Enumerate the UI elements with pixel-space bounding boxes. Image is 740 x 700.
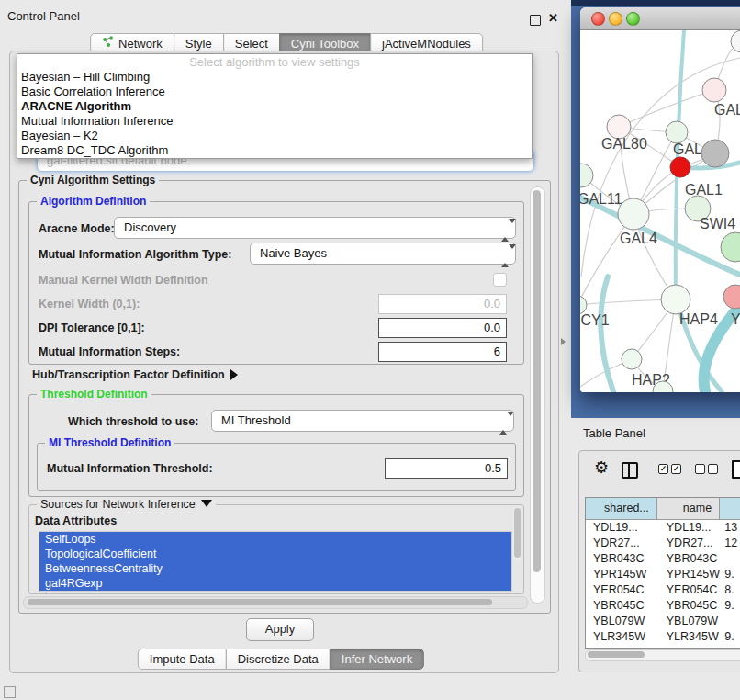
scrollbar-thumb[interactable] xyxy=(588,651,645,658)
algorithm-option[interactable]: Basic Correlation Inference xyxy=(17,85,532,99)
cell-value[interactable]: 9. xyxy=(720,598,740,614)
network-node[interactable] xyxy=(622,349,642,369)
tab[interactable]: Impute Data xyxy=(138,649,227,670)
cell-name[interactable]: YBR043C xyxy=(657,551,720,567)
cell-value[interactable]: 9. xyxy=(720,629,740,645)
network-canvas[interactable]: GALGAL80GAL10GAL1GAL11SWI4GAL4GCY1HAP4YH… xyxy=(580,30,740,392)
window-close-button[interactable] xyxy=(591,12,605,26)
cell-name[interactable]: YDL19... xyxy=(657,520,720,536)
cell-value[interactable] xyxy=(720,614,740,629)
network-edge[interactable] xyxy=(619,90,714,127)
cell-shared-name[interactable]: YER054C xyxy=(586,582,657,598)
cell-value[interactable]: 8. xyxy=(720,582,740,598)
table-horizontal-scrollbar[interactable] xyxy=(585,649,740,661)
network-edge[interactable] xyxy=(600,277,613,391)
network-edge[interactable] xyxy=(580,198,740,275)
cell-shared-name[interactable]: YPR145W xyxy=(586,567,657,582)
cell-shared-name[interactable]: YDL19... xyxy=(586,520,657,536)
network-node[interactable] xyxy=(618,198,649,230)
network-node[interactable] xyxy=(580,296,587,314)
close-icon[interactable]: ✕ xyxy=(548,11,558,25)
attribute-item-selected[interactable]: TopologicalCoefficient xyxy=(39,547,511,561)
tab[interactable]: Discretize Data xyxy=(226,649,331,670)
manual-kernel-checkbox[interactable] xyxy=(493,273,507,287)
column-header-partial[interactable] xyxy=(720,498,740,519)
cell-shared-name[interactable]: YLR345W xyxy=(586,629,657,645)
cell-shared-name[interactable]: YDR27... xyxy=(586,536,657,551)
cell-value[interactable]: 9. xyxy=(720,567,740,582)
network-graph[interactable]: GALGAL80GAL10GAL1GAL11SWI4GAL4GCY1HAP4YH… xyxy=(580,30,740,392)
hub-expander[interactable]: Hub/Transcription Factor Definition xyxy=(32,368,238,381)
column-header-shared-name[interactable]: shared... xyxy=(586,498,657,519)
table-row[interactable]: YIL052C YIL052C 9. xyxy=(586,645,740,649)
window-zoom-button[interactable] xyxy=(626,12,640,26)
cell-shared-name[interactable]: YIL052C xyxy=(586,645,657,649)
stepper-arrows-icon xyxy=(499,413,507,434)
network-node[interactable] xyxy=(666,121,688,143)
attribute-item-selected[interactable]: SelfLoops xyxy=(39,532,511,547)
cell-shared-name[interactable]: YBR045C xyxy=(586,598,657,614)
column-header-name[interactable]: name xyxy=(657,498,720,519)
show-checked-columns-icon[interactable]: ✓✓ xyxy=(658,464,684,480)
cell-name[interactable]: YDR27... xyxy=(657,536,720,551)
cell-name[interactable]: YIL052C xyxy=(657,645,720,649)
mi-steps-field[interactable]: 6 xyxy=(378,342,507,362)
sources-group-title[interactable]: Sources for Network Inference xyxy=(37,498,216,511)
cell-value[interactable]: 13 xyxy=(720,520,740,536)
hide-columns-icon[interactable] xyxy=(695,464,721,480)
algorithm-option[interactable]: Bayesian – K2 xyxy=(17,129,532,143)
cell-name[interactable]: YPR145W xyxy=(657,567,720,582)
scrollbar-thumb[interactable] xyxy=(514,508,521,558)
cell-value[interactable]: 12 xyxy=(720,536,740,551)
network-node[interactable] xyxy=(721,232,740,262)
window-minimize-button[interactable] xyxy=(609,12,622,26)
mi-type-combo[interactable]: Naive Bayes xyxy=(250,243,516,265)
table-row[interactable]: YER054C YER054C 8. xyxy=(586,582,740,598)
cell-name[interactable]: YBR045C xyxy=(657,598,720,614)
network-node[interactable] xyxy=(702,78,726,102)
cell-shared-name[interactable]: YBR043C xyxy=(586,551,657,567)
columns-icon[interactable] xyxy=(622,462,638,479)
cell-value[interactable]: 9. xyxy=(720,645,740,649)
cell-name[interactable]: YBL079W xyxy=(657,614,720,629)
cell-name[interactable]: YLR345W xyxy=(657,629,720,645)
cell-value[interactable] xyxy=(720,551,740,567)
gear-icon[interactable]: ⚙ xyxy=(594,459,609,476)
settings-vertical-scrollbar[interactable] xyxy=(530,186,545,604)
table-row[interactable]: YBR045C YBR045C 9. xyxy=(586,598,740,614)
cell-shared-name[interactable]: YBL079W xyxy=(586,614,657,629)
network-node[interactable] xyxy=(661,285,690,314)
minimized-panel-icon[interactable] xyxy=(4,686,16,698)
aracne-mode-combo[interactable]: Discovery xyxy=(114,217,516,239)
scrollbar-thumb[interactable] xyxy=(533,190,541,572)
attribute-item-selected[interactable]: BetweennessCentrality xyxy=(39,561,511,576)
table-row[interactable]: YLR345W YLR345W 9. xyxy=(586,629,740,645)
attributes-scrollbar[interactable] xyxy=(513,507,521,560)
settings-horizontal-scrollbar[interactable] xyxy=(23,596,528,609)
attribute-item-selected[interactable]: gal4RGexp xyxy=(39,576,511,591)
table-row[interactable]: YDR27... YDR27... 12 xyxy=(586,536,740,551)
table-row[interactable]: YDL19... YDL19... 13 xyxy=(586,520,740,536)
float-icon[interactable] xyxy=(530,13,541,29)
apply-button[interactable]: Apply xyxy=(246,618,314,641)
split-pane-arrow-icon[interactable] xyxy=(561,338,566,345)
kernel-width-field[interactable]: 0.0 xyxy=(378,294,507,314)
export-table-icon[interactable] xyxy=(732,460,740,479)
scrollbar-thumb[interactable] xyxy=(28,599,492,605)
dpi-tolerance-field[interactable]: 0.0 xyxy=(378,318,507,338)
network-window-titlebar[interactable] xyxy=(580,7,740,30)
table-row[interactable]: YPR145W YPR145W 9. xyxy=(586,567,740,582)
algorithm-option[interactable]: Bayesian – Hill Climbing xyxy=(17,70,532,85)
network-node[interactable] xyxy=(670,157,690,177)
table-row[interactable]: YBR043C YBR043C xyxy=(586,551,740,567)
algorithm-option[interactable]: ARACNE Algorithm xyxy=(17,99,532,114)
tab[interactable]: Infer Network xyxy=(330,649,424,670)
algorithm-option[interactable]: Dream8 DC_TDC Algorithm xyxy=(17,143,532,158)
table-row[interactable]: YBL079W YBL079W xyxy=(586,614,740,629)
network-node[interactable] xyxy=(701,140,729,167)
mi-threshold-field[interactable]: 0.5 xyxy=(385,458,508,479)
cell-name[interactable]: YER054C xyxy=(657,582,720,598)
algorithm-option[interactable]: Mutual Information Inference xyxy=(17,114,532,129)
network-node[interactable] xyxy=(723,285,740,309)
which-threshold-combo[interactable]: MI Threshold xyxy=(211,410,514,432)
